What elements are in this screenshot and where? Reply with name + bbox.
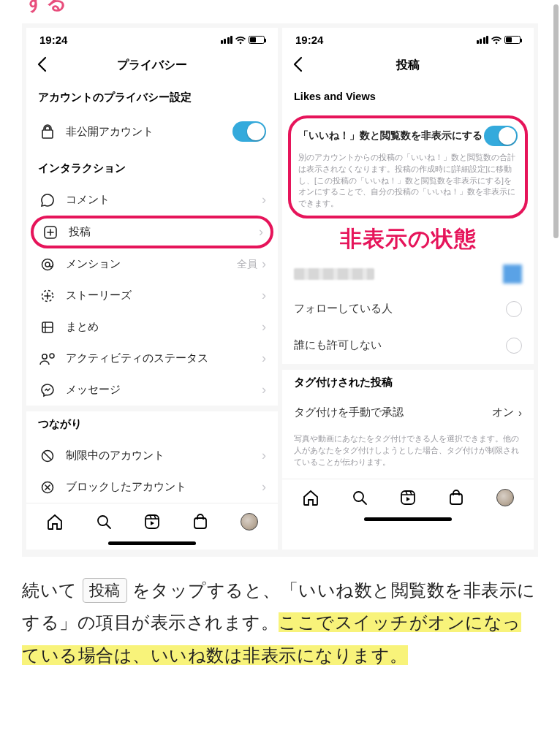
row-value: オン [492,406,514,419]
chevron-right-icon: › [262,319,266,335]
chevron-right-icon: › [259,224,263,240]
row-label: ストーリーズ [66,289,262,303]
hide-likes-label: 「いいね！」数と閲覧数を非表示にする [298,129,483,142]
comment-icon [38,193,57,208]
row-label: コメント [66,193,262,207]
wifi-icon [235,36,246,45]
tab-home[interactable] [45,512,64,531]
row-label: 投稿 [69,225,259,239]
restricted-icon [38,449,57,463]
row-mentions[interactable]: メンション 全員 › [26,248,278,280]
chevron-right-icon: › [262,288,266,303]
toggle-hide-likes[interactable] [484,126,518,146]
tab-home[interactable] [301,488,320,507]
chevron-right-icon: › [262,382,266,398]
status-bar: 19:24 [26,28,278,49]
page-title: プライバシー [117,58,187,73]
svg-rect-11 [194,518,206,528]
toggle-private-account[interactable] [232,121,266,142]
blurred-text [294,268,374,280]
tab-search[interactable] [350,488,369,507]
tab-shop[interactable] [191,512,210,531]
row-comments[interactable]: コメント › [26,184,278,216]
row-label: 非公開アカウント [66,125,232,139]
status-time: 19:24 [295,34,323,46]
chevron-right-icon: › [262,448,266,463]
hide-likes-callout: 「いいね！」数と閲覧数を非表示にする 別のアカウントからの投稿の「いいね！」数と… [288,115,528,218]
row-messages[interactable]: メッセージ › [26,374,278,406]
article-text-1: 続いて [22,580,83,600]
row-posts-highlighted[interactable]: 投稿 › [31,216,273,248]
avatar-icon [241,513,258,531]
tab-bar [282,479,534,510]
blurred-row [282,259,534,291]
battery-icon [504,36,521,44]
tab-profile[interactable] [240,512,259,531]
tab-search[interactable] [94,512,113,531]
home-indicator [108,541,196,545]
radio-icon[interactable] [506,338,522,354]
section-header-likes: Likes and Views [282,85,534,111]
back-button[interactable] [37,56,47,72]
messenger-icon [38,383,57,398]
kbd-posts: 投稿 [83,578,127,603]
svg-rect-13 [401,491,415,504]
section-header-privacy: アカウントのプライバシー設定 [26,85,278,113]
avatar-icon [496,489,514,506]
lock-icon [38,124,57,139]
screenshots-container: 19:24 プライバシー アカウントのプライバシー設定 非公開アカウント イン [22,23,538,557]
wifi-icon [491,36,502,45]
row-guides[interactable]: まとめ › [26,311,278,343]
blocked-icon [38,480,57,495]
svg-point-1 [42,259,53,270]
tagged-description: 写真や動画にあなたをタグ付けできる人を選択できます。他の人があなたをタグ付けしよ… [282,427,534,479]
signal-icon [477,36,489,44]
status-icons [477,36,521,45]
plus-square-icon [41,225,60,240]
page-title: 投稿 [396,58,420,73]
svg-rect-14 [450,494,462,504]
blurred-radio [503,265,522,284]
annotation-hidden-state: 非表示の状態 [282,221,534,259]
home-indicator [364,517,452,521]
chevron-right-icon: › [518,406,522,419]
row-label: 制限中のアカウント [66,449,262,463]
row-label: タグ付けを手動で承認 [294,406,404,419]
section-header-interaction: インタラクション [26,150,278,184]
row-tagged-manual[interactable]: タグ付けを手動で承認 オン › [282,398,534,427]
option-label: フォローしている人 [294,302,393,316]
tab-bar [26,503,278,534]
option-following[interactable]: フォローしている人 [282,291,534,327]
tab-reels[interactable] [143,512,162,531]
at-icon [38,257,57,272]
chevron-right-icon: › [262,351,266,366]
option-noone[interactable]: 誰にも許可しない [282,327,534,364]
stories-icon [38,289,57,303]
nav-header: 投稿 [282,49,534,85]
row-activity-status[interactable]: アクティビティのステータス › [26,343,278,374]
article-paragraph: 続いて 投稿 をタップすると、「いいね数と閲覧数を非表示にする」の項目が表示され… [0,557,560,672]
row-blocked[interactable]: ブロックしたアカウント › [26,471,278,503]
chevron-right-icon: › [262,256,266,272]
section-heading-fragment: する [0,0,560,23]
row-restricted[interactable]: 制限中のアカウント › [26,440,278,471]
row-label: ブロックしたアカウント [66,480,262,494]
tab-reels[interactable] [398,488,417,507]
signal-icon [221,36,233,44]
guide-icon [38,320,57,335]
back-button[interactable] [292,56,303,72]
nav-header: プライバシー [26,49,278,85]
phone-right: 19:24 投稿 Likes and Views 「いいね！」数と閲覧数を非表示… [282,28,534,550]
hide-likes-description: 別のアカウントからの投稿の「いいね！」数と閲覧数の合計は表示されなくなります。投… [298,152,518,210]
tab-profile[interactable] [496,488,515,507]
status-icons [221,36,265,45]
row-stories[interactable]: ストーリーズ › [26,280,278,311]
row-private-account[interactable]: 非公開アカウント [26,113,278,150]
radio-icon[interactable] [506,301,522,317]
tab-shop[interactable] [447,488,466,507]
page-scrollbar[interactable] [553,4,559,238]
svg-point-5 [42,354,47,358]
phone-left: 19:24 プライバシー アカウントのプライバシー設定 非公開アカウント イン [26,28,278,550]
svg-rect-10 [145,515,159,528]
row-label: アクティビティのステータス [66,351,262,365]
